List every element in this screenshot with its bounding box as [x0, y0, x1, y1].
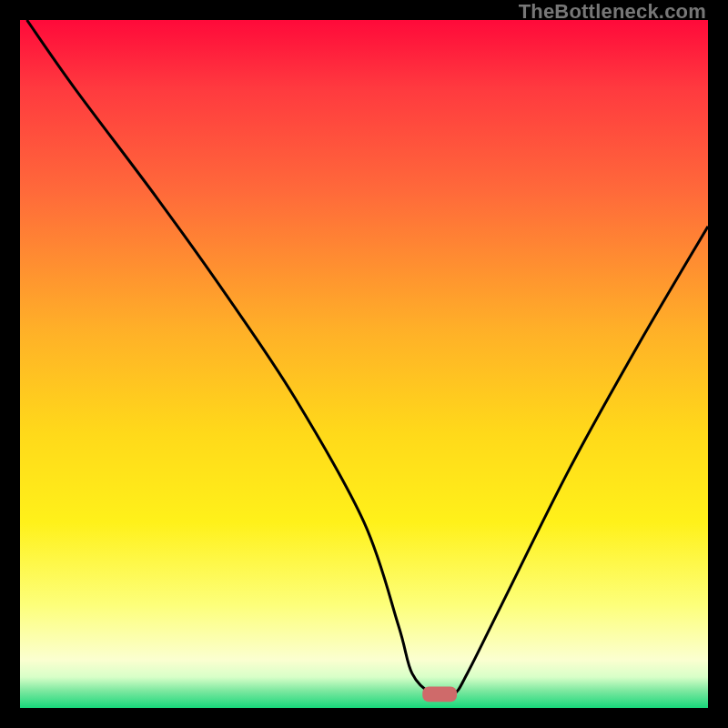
bottleneck-chart — [20, 20, 708, 708]
chart-frame — [20, 20, 708, 708]
optimal-point-marker — [422, 687, 457, 703]
gradient-background — [20, 20, 708, 708]
